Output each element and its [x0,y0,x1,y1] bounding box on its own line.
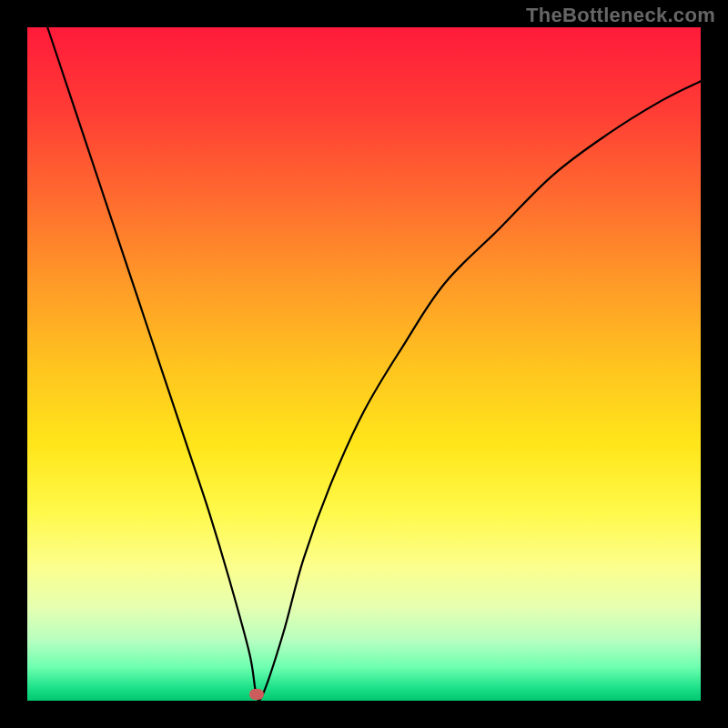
chart-frame: TheBottleneck.com [0,0,728,728]
bottleneck-curve [47,27,701,701]
watermark-text: TheBottleneck.com [526,4,715,27]
curve-layer [27,27,701,701]
optimal-point-marker [249,689,264,700]
plot-area [27,27,701,701]
